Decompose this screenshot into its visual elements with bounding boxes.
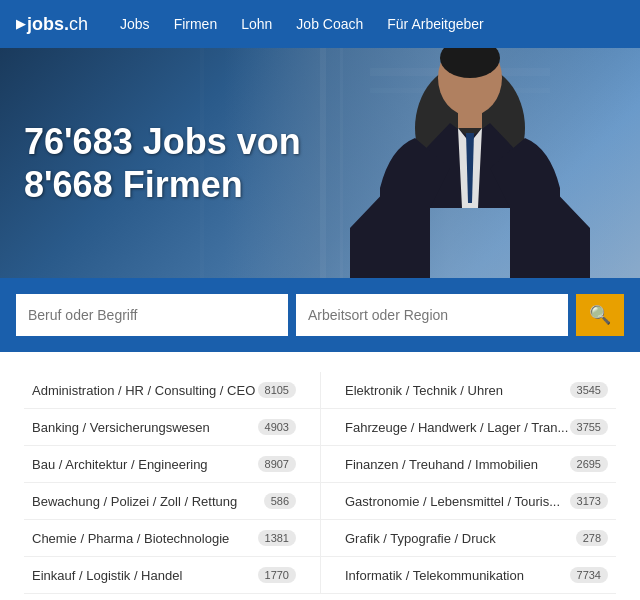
main-nav: ▶jobs.ch Jobs Firmen Lohn Job Coach Für … xyxy=(0,0,640,48)
categories-left: Administration / HR / Consulting / CEO81… xyxy=(24,372,320,594)
logo-ch: ch xyxy=(69,14,88,35)
category-item-left[interactable]: Bewachung / Polizei / Zoll / Rettung586 xyxy=(24,483,320,520)
hero-text: 76'683 Jobs von 8'668 Firmen xyxy=(24,120,301,206)
nav-item-firmen[interactable]: Firmen xyxy=(174,15,218,33)
category-count: 4903 xyxy=(258,419,296,435)
search-icon: 🔍 xyxy=(589,304,611,326)
category-item-left[interactable]: Bau / Architektur / Engineering8907 xyxy=(24,446,320,483)
category-label: Bewachung / Polizei / Zoll / Rettung xyxy=(32,494,237,509)
nav-link-jobs[interactable]: Jobs xyxy=(120,16,150,32)
category-item-left[interactable]: Chemie / Pharma / Biotechnologie1381 xyxy=(24,520,320,557)
category-count: 8105 xyxy=(258,382,296,398)
hero-person xyxy=(350,48,590,278)
nav-item-lohn[interactable]: Lohn xyxy=(241,15,272,33)
category-item-right[interactable]: Finanzen / Treuhand / Immobilien2695 xyxy=(320,446,616,483)
category-label: Chemie / Pharma / Biotechnologie xyxy=(32,531,229,546)
category-label: Grafik / Typografie / Druck xyxy=(345,531,496,546)
region-search-input[interactable] xyxy=(296,294,568,336)
category-count: 8907 xyxy=(258,456,296,472)
category-label: Banking / Versicherungswesen xyxy=(32,420,210,435)
nav-item-jobcoach[interactable]: Job Coach xyxy=(296,15,363,33)
categories-section: Administration / HR / Consulting / CEO81… xyxy=(0,352,640,600)
category-label: Gastronomie / Lebensmittel / Touris... xyxy=(345,494,560,509)
logo-play-icon: ▶ xyxy=(16,17,25,31)
category-count: 586 xyxy=(264,493,296,509)
category-item-right[interactable]: Fahrzeuge / Handwerk / Lager / Tran...37… xyxy=(320,409,616,446)
category-count: 2695 xyxy=(570,456,608,472)
svg-rect-7 xyxy=(458,108,482,128)
category-item-left[interactable]: Administration / HR / Consulting / CEO81… xyxy=(24,372,320,409)
category-item-right[interactable]: Gastronomie / Lebensmittel / Touris...31… xyxy=(320,483,616,520)
nav-link-lohn[interactable]: Lohn xyxy=(241,16,272,32)
categories-right: Elektronik / Technik / Uhren3545Fahrzeug… xyxy=(320,372,616,594)
logo[interactable]: ▶jobs.ch xyxy=(16,14,88,35)
category-count: 1381 xyxy=(258,530,296,546)
category-item-left[interactable]: Einkauf / Logistik / Handel1770 xyxy=(24,557,320,594)
svg-rect-1 xyxy=(340,48,343,278)
category-count: 7734 xyxy=(570,567,608,583)
category-label: Bau / Architektur / Engineering xyxy=(32,457,208,472)
category-label: Finanzen / Treuhand / Immobilien xyxy=(345,457,538,472)
category-item-right[interactable]: Elektronik / Technik / Uhren3545 xyxy=(320,372,616,409)
category-label: Fahrzeuge / Handwerk / Lager / Tran... xyxy=(345,420,568,435)
search-button[interactable]: 🔍 xyxy=(576,294,624,336)
search-bar: 🔍 xyxy=(0,278,640,352)
category-label: Elektronik / Technik / Uhren xyxy=(345,383,503,398)
category-count: 1770 xyxy=(258,567,296,583)
category-item-left[interactable]: Banking / Versicherungswesen4903 xyxy=(24,409,320,446)
nav-item-arbeitgeber[interactable]: Für Arbeitgeber xyxy=(387,15,484,33)
nav-item-jobs[interactable]: Jobs xyxy=(120,15,150,33)
category-count: 3755 xyxy=(570,419,608,435)
hero-section: 76'683 Jobs von 8'668 Firmen xyxy=(0,48,640,278)
category-count: 3173 xyxy=(570,493,608,509)
nav-link-firmen[interactable]: Firmen xyxy=(174,16,218,32)
job-search-input[interactable] xyxy=(16,294,288,336)
category-count: 278 xyxy=(576,530,608,546)
logo-jobs: jobs xyxy=(27,14,64,35)
hero-headline: 76'683 Jobs von 8'668 Firmen xyxy=(24,120,301,206)
category-item-right[interactable]: Grafik / Typografie / Druck278 xyxy=(320,520,616,557)
category-label: Informatik / Telekommunikation xyxy=(345,568,524,583)
category-item-right[interactable]: Informatik / Telekommunikation7734 xyxy=(320,557,616,594)
category-label: Einkauf / Logistik / Handel xyxy=(32,568,182,583)
category-label: Administration / HR / Consulting / CEO xyxy=(32,383,255,398)
hero-headline-line1: 76'683 Jobs von xyxy=(24,121,301,162)
svg-rect-0 xyxy=(320,48,326,278)
nav-links: Jobs Firmen Lohn Job Coach Für Arbeitgeb… xyxy=(120,15,484,33)
nav-link-arbeitgeber[interactable]: Für Arbeitgeber xyxy=(387,16,484,32)
hero-headline-line2: 8'668 Firmen xyxy=(24,164,243,205)
nav-link-jobcoach[interactable]: Job Coach xyxy=(296,16,363,32)
category-count: 3545 xyxy=(570,382,608,398)
